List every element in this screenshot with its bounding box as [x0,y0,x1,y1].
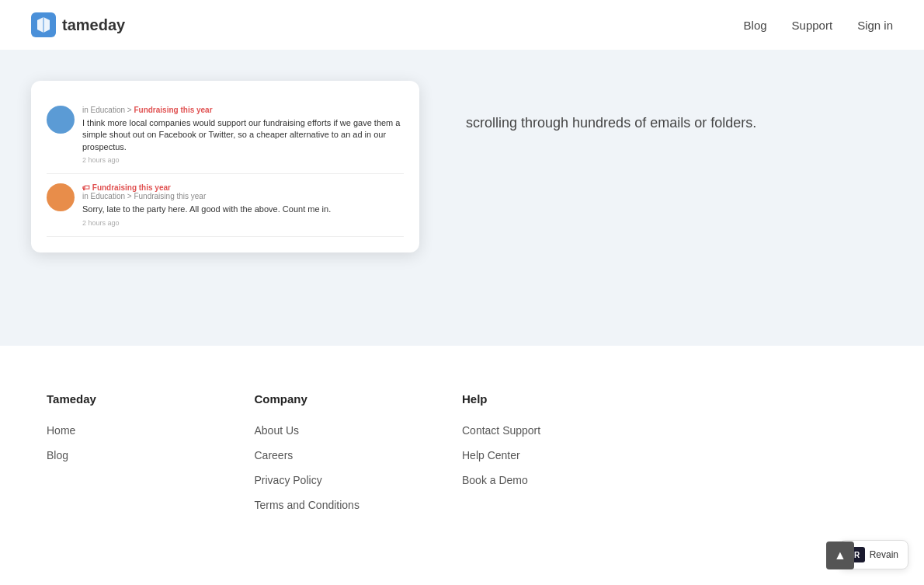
footer-link-careers[interactable]: Careers [255,449,463,461]
avatar-2 [47,183,75,211]
nav-support[interactable]: Support [792,19,833,32]
footer-title-company: Company [255,392,463,406]
screenshot-card: in Education > Fundraising this year I t… [31,81,419,252]
post-text-1: I think more local companies would suppo… [82,117,404,153]
newsletter-section: Want occasional productivity tips and th… [0,562,924,585]
post-content-1: in Education > Fundraising this year I t… [82,106,404,164]
nav-blog[interactable]: Blog [744,19,767,32]
post-text-2: Sorry, late to the party here. All good … [82,204,404,215]
footer-link-about[interactable]: About Us [255,424,463,437]
footer-col-spacer [670,392,878,524]
post-time-2: 2 hours ago [82,219,404,227]
hero-description: scrolling through hundreds of emails or … [466,112,893,134]
post-tag-1: in Education > Fundraising this year [82,106,404,114]
hero-section: in Education > Fundraising this year I t… [0,50,924,346]
footer-link-contact[interactable]: Contact Support [462,424,670,437]
footer-columns: Tameday Home Blog Company About Us Caree… [47,392,877,524]
post-content-2: 🏷 Fundraising this year in Education > F… [82,183,404,226]
footer-col-help: Help Contact Support Help Center Book a … [462,392,670,524]
footer-link-home[interactable]: Home [47,424,255,437]
nav-signin[interactable]: Sign in [857,19,893,32]
content-area: in Education > Fundraising this year I t… [0,50,924,299]
nav-links: Blog Support Sign in [744,19,893,32]
mock-post-1: in Education > Fundraising this year I t… [47,96,404,174]
footer-link-blog[interactable]: Blog [47,449,255,461]
logo[interactable]: tameday [31,12,125,37]
revain-label: Revain [870,549,898,560]
avatar-1 [47,106,75,134]
footer-link-helpcenter[interactable]: Help Center [462,449,670,461]
mock-post-2: 🏷 Fundraising this year in Education > F… [47,174,404,236]
hero-text: scrolling through hundreds of emails or … [466,81,893,134]
logo-text: tameday [62,16,125,34]
footer-col-tameday: Tameday Home Blog [47,392,255,524]
footer-title-tameday: Tameday [47,392,255,406]
footer-link-privacy[interactable]: Privacy Policy [255,474,463,486]
navbar: tameday Blog Support Sign in [0,0,924,50]
logo-icon [31,12,56,37]
footer-col-company: Company About Us Careers Privacy Policy … [255,392,463,524]
footer-title-help: Help [462,392,670,406]
footer-link-terms[interactable]: Terms and Conditions [255,499,463,511]
footer-link-demo[interactable]: Book a Demo [462,474,670,486]
post-time-1: 2 hours ago [82,156,404,164]
footer: Tameday Home Blog Company About Us Caree… [0,346,924,524]
scroll-to-top-button[interactable]: ▲ [826,541,854,569]
post-tag-2: 🏷 Fundraising this year in Education > F… [82,183,404,200]
